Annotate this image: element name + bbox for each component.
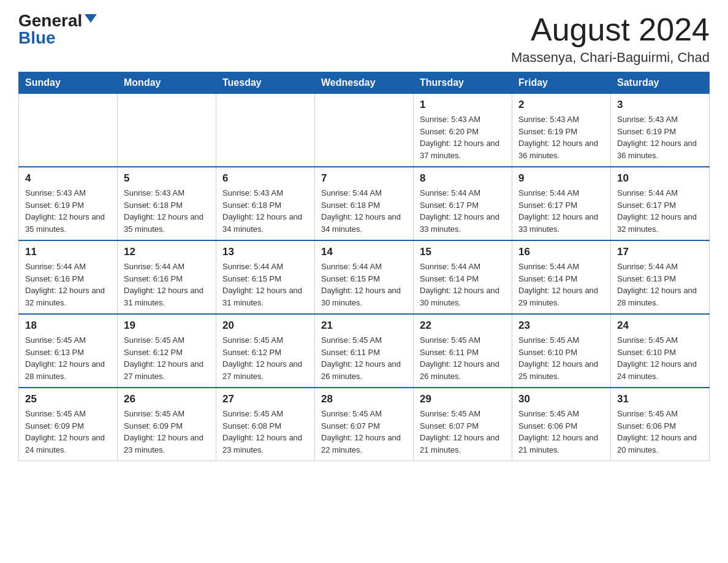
calendar-cell	[19, 94, 118, 167]
day-number: 4	[25, 172, 111, 185]
calendar-cell: 18Sunrise: 5:45 AMSunset: 6:13 PMDayligh…	[19, 314, 118, 388]
day-number: 5	[124, 172, 210, 185]
week-row-2: 4Sunrise: 5:43 AMSunset: 6:19 PMDaylight…	[19, 167, 710, 240]
weekday-header-wednesday: Wednesday	[315, 72, 414, 94]
weekday-header-saturday: Saturday	[611, 72, 710, 94]
week-row-3: 11Sunrise: 5:44 AMSunset: 6:16 PMDayligh…	[19, 240, 710, 314]
day-number: 25	[25, 393, 111, 405]
day-info: Sunrise: 5:45 AMSunset: 6:10 PMDaylight:…	[518, 334, 604, 382]
day-number: 18	[25, 320, 111, 332]
day-number: 3	[617, 99, 703, 111]
weekday-header-monday: Monday	[118, 72, 216, 94]
day-info: Sunrise: 5:43 AMSunset: 6:18 PMDaylight:…	[222, 187, 308, 235]
day-info: Sunrise: 5:44 AMSunset: 6:14 PMDaylight:…	[420, 261, 506, 308]
day-number: 23	[518, 320, 604, 332]
week-row-1: 1Sunrise: 5:43 AMSunset: 6:20 PMDaylight…	[19, 94, 710, 167]
weekday-header-friday: Friday	[512, 72, 611, 94]
day-info: Sunrise: 5:44 AMSunset: 6:13 PMDaylight:…	[617, 261, 703, 308]
day-info: Sunrise: 5:45 AMSunset: 6:11 PMDaylight:…	[420, 334, 506, 382]
day-info: Sunrise: 5:43 AMSunset: 6:19 PMDaylight:…	[25, 187, 111, 235]
day-number: 21	[321, 320, 407, 332]
calendar-cell: 6Sunrise: 5:43 AMSunset: 6:18 PMDaylight…	[216, 167, 315, 240]
calendar-cell	[118, 94, 216, 167]
day-info: Sunrise: 5:45 AMSunset: 6:10 PMDaylight:…	[617, 334, 703, 382]
day-info: Sunrise: 5:44 AMSunset: 6:14 PMDaylight:…	[518, 261, 604, 308]
day-number: 15	[420, 246, 506, 258]
calendar-cell: 23Sunrise: 5:45 AMSunset: 6:10 PMDayligh…	[512, 314, 611, 388]
calendar-cell: 22Sunrise: 5:45 AMSunset: 6:11 PMDayligh…	[414, 314, 512, 388]
calendar-cell: 4Sunrise: 5:43 AMSunset: 6:19 PMDaylight…	[19, 167, 118, 240]
day-info: Sunrise: 5:45 AMSunset: 6:11 PMDaylight:…	[321, 334, 407, 382]
day-info: Sunrise: 5:45 AMSunset: 6:13 PMDaylight:…	[25, 334, 111, 382]
day-info: Sunrise: 5:45 AMSunset: 6:09 PMDaylight:…	[124, 408, 210, 456]
day-number: 8	[420, 172, 506, 185]
page-header: General Blue August 2024 Massenya, Chari…	[18, 12, 710, 66]
calendar-cell: 20Sunrise: 5:45 AMSunset: 6:12 PMDayligh…	[216, 314, 315, 388]
day-info: Sunrise: 5:43 AMSunset: 6:19 PMDaylight:…	[617, 113, 703, 161]
calendar-cell: 9Sunrise: 5:44 AMSunset: 6:17 PMDaylight…	[512, 167, 611, 240]
calendar-cell	[216, 94, 315, 167]
logo-blue: Blue	[18, 29, 56, 47]
calendar-cell: 3Sunrise: 5:43 AMSunset: 6:19 PMDaylight…	[611, 94, 710, 167]
calendar-cell: 19Sunrise: 5:45 AMSunset: 6:12 PMDayligh…	[118, 314, 216, 388]
day-number: 10	[617, 172, 703, 185]
calendar-cell: 7Sunrise: 5:44 AMSunset: 6:18 PMDaylight…	[315, 167, 414, 240]
day-number: 24	[617, 320, 703, 332]
logo-triangle-icon	[85, 14, 97, 23]
day-number: 17	[617, 246, 703, 258]
calendar-cell: 31Sunrise: 5:45 AMSunset: 6:06 PMDayligh…	[611, 388, 710, 461]
logo: General Blue	[18, 12, 97, 47]
day-number: 14	[321, 246, 407, 258]
location-title: Massenya, Chari-Baguirmi, Chad	[511, 50, 710, 66]
calendar-cell: 11Sunrise: 5:44 AMSunset: 6:16 PMDayligh…	[19, 240, 118, 314]
day-info: Sunrise: 5:45 AMSunset: 6:12 PMDaylight:…	[124, 334, 210, 382]
day-number: 27	[222, 393, 308, 405]
day-info: Sunrise: 5:44 AMSunset: 6:18 PMDaylight:…	[321, 187, 407, 235]
calendar-cell: 25Sunrise: 5:45 AMSunset: 6:09 PMDayligh…	[19, 388, 118, 461]
calendar-cell	[315, 94, 414, 167]
day-info: Sunrise: 5:44 AMSunset: 6:17 PMDaylight:…	[518, 187, 604, 235]
day-info: Sunrise: 5:44 AMSunset: 6:15 PMDaylight:…	[321, 261, 407, 308]
day-number: 16	[518, 246, 604, 258]
day-info: Sunrise: 5:45 AMSunset: 6:07 PMDaylight:…	[321, 408, 407, 456]
calendar-cell: 16Sunrise: 5:44 AMSunset: 6:14 PMDayligh…	[512, 240, 611, 314]
day-info: Sunrise: 5:44 AMSunset: 6:15 PMDaylight:…	[222, 261, 308, 308]
calendar-cell: 21Sunrise: 5:45 AMSunset: 6:11 PMDayligh…	[315, 314, 414, 388]
day-info: Sunrise: 5:45 AMSunset: 6:09 PMDaylight:…	[25, 408, 111, 456]
calendar-cell: 5Sunrise: 5:43 AMSunset: 6:18 PMDaylight…	[118, 167, 216, 240]
day-number: 6	[222, 172, 308, 185]
weekday-header-tuesday: Tuesday	[216, 72, 315, 94]
weekday-header-row: SundayMondayTuesdayWednesdayThursdayFrid…	[19, 72, 710, 94]
calendar-cell: 8Sunrise: 5:44 AMSunset: 6:17 PMDaylight…	[414, 167, 512, 240]
day-number: 28	[321, 393, 407, 405]
calendar-cell: 10Sunrise: 5:44 AMSunset: 6:17 PMDayligh…	[611, 167, 710, 240]
day-number: 12	[124, 246, 210, 258]
day-info: Sunrise: 5:45 AMSunset: 6:06 PMDaylight:…	[518, 408, 604, 456]
day-info: Sunrise: 5:44 AMSunset: 6:16 PMDaylight:…	[25, 261, 111, 308]
day-number: 31	[617, 393, 703, 405]
day-info: Sunrise: 5:44 AMSunset: 6:17 PMDaylight:…	[617, 187, 703, 235]
day-number: 2	[518, 99, 604, 111]
calendar-cell: 13Sunrise: 5:44 AMSunset: 6:15 PMDayligh…	[216, 240, 315, 314]
day-info: Sunrise: 5:43 AMSunset: 6:18 PMDaylight:…	[124, 187, 210, 235]
day-info: Sunrise: 5:45 AMSunset: 6:08 PMDaylight:…	[222, 408, 308, 456]
day-number: 29	[420, 393, 506, 405]
day-number: 7	[321, 172, 407, 185]
day-info: Sunrise: 5:45 AMSunset: 6:07 PMDaylight:…	[420, 408, 506, 456]
calendar-cell: 14Sunrise: 5:44 AMSunset: 6:15 PMDayligh…	[315, 240, 414, 314]
day-number: 22	[420, 320, 506, 332]
calendar-cell: 26Sunrise: 5:45 AMSunset: 6:09 PMDayligh…	[118, 388, 216, 461]
day-number: 1	[420, 99, 506, 111]
day-info: Sunrise: 5:44 AMSunset: 6:17 PMDaylight:…	[420, 187, 506, 235]
calendar-cell: 2Sunrise: 5:43 AMSunset: 6:19 PMDaylight…	[512, 94, 611, 167]
weekday-header-thursday: Thursday	[414, 72, 512, 94]
calendar-cell: 29Sunrise: 5:45 AMSunset: 6:07 PMDayligh…	[414, 388, 512, 461]
day-number: 9	[518, 172, 604, 185]
calendar-cell: 15Sunrise: 5:44 AMSunset: 6:14 PMDayligh…	[414, 240, 512, 314]
day-number: 13	[222, 246, 308, 258]
day-number: 30	[518, 393, 604, 405]
weekday-header-sunday: Sunday	[19, 72, 118, 94]
calendar-cell: 28Sunrise: 5:45 AMSunset: 6:07 PMDayligh…	[315, 388, 414, 461]
day-number: 11	[25, 246, 111, 258]
calendar-cell: 27Sunrise: 5:45 AMSunset: 6:08 PMDayligh…	[216, 388, 315, 461]
